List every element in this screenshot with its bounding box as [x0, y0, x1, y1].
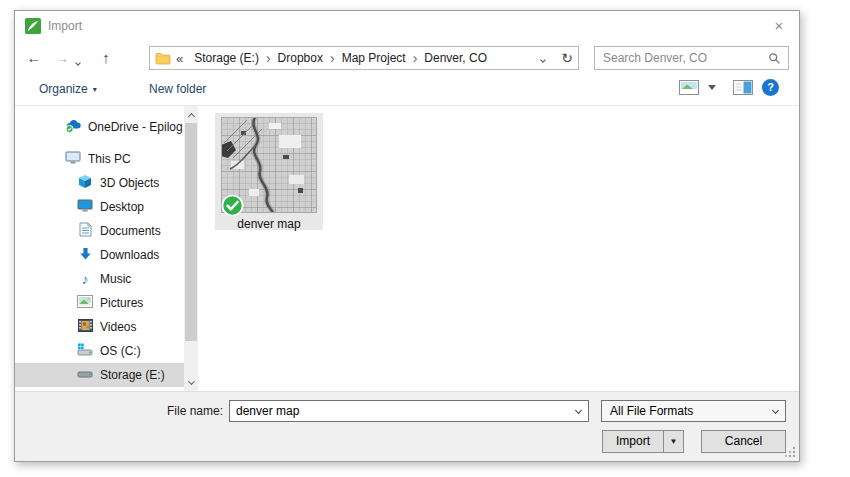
sidebar-item-label: Downloads	[100, 248, 159, 262]
film-icon	[76, 319, 94, 335]
organize-caret-icon: ▾	[93, 85, 97, 94]
sidebar-item-label: Music	[100, 272, 131, 286]
scroll-up-icon[interactable]	[184, 107, 198, 122]
main-area: OneDrive - Epilog This PC	[15, 106, 799, 391]
breadcrumb-denver-co[interactable]: Denver, CO	[417, 51, 494, 65]
new-folder-button[interactable]: New folder	[149, 82, 206, 96]
sidebar-scrollbar[interactable]	[184, 106, 198, 391]
sidebar-item-label: OneDrive - Epilog	[88, 120, 183, 134]
document-icon	[76, 222, 94, 240]
import-dropdown-icon[interactable]: ▼	[664, 431, 683, 452]
import-button[interactable]: Import	[603, 431, 663, 452]
breadcrumb-overflow[interactable]: «	[176, 51, 183, 66]
up-icon[interactable]: ↑	[95, 46, 117, 70]
change-view-icon[interactable]	[679, 80, 699, 95]
desktop-monitor-icon	[76, 199, 94, 216]
sidebar-item-os-c[interactable]: OS (C:)	[15, 339, 184, 363]
close-icon[interactable]: ×	[769, 16, 789, 36]
sync-check-icon	[221, 194, 244, 217]
scrollbar-thumb[interactable]	[185, 123, 197, 341]
file-type-value: All File Formats	[602, 404, 765, 418]
file-item-denver-map[interactable]: denver map	[215, 113, 323, 230]
refresh-icon[interactable]: ↻	[556, 46, 579, 70]
organize-label: Organize	[39, 82, 88, 96]
sidebar-item-label: OS (C:)	[100, 344, 141, 358]
file-list: denver map	[198, 106, 799, 391]
file-name-label: denver map	[237, 217, 300, 231]
new-folder-label: New folder	[149, 82, 206, 96]
forward-icon: →	[51, 46, 73, 70]
folder-icon	[155, 52, 171, 65]
sidebar-item-downloads[interactable]: Downloads	[15, 243, 184, 267]
sidebar-item-desktop[interactable]: Desktop	[15, 195, 184, 219]
sidebar-item-documents[interactable]: Documents	[15, 219, 184, 243]
file-type-combobox[interactable]: All File Formats	[601, 400, 786, 422]
address-bar[interactable]: « Storage (E:) › Dropbox › Map Project ›…	[149, 46, 557, 70]
sidebar-item-label: Desktop	[100, 200, 144, 214]
search-input[interactable]	[595, 51, 768, 65]
picture-icon	[76, 295, 94, 311]
file-name-dropdown-icon[interactable]	[568, 404, 588, 418]
resize-grip[interactable]	[785, 447, 796, 458]
onedrive-icon	[64, 119, 82, 136]
scroll-down-icon[interactable]	[184, 375, 198, 390]
sidebar-item-this-pc[interactable]: This PC	[15, 147, 184, 171]
title-bar: Import ×	[15, 11, 799, 41]
sidebar-item-label: This PC	[88, 152, 131, 166]
file-name-input[interactable]	[230, 404, 568, 418]
footer-panel: File name: All File Formats Import ▼ Can…	[15, 391, 799, 461]
sidebar-item-videos[interactable]: Videos	[15, 315, 184, 339]
file-name-combobox	[229, 400, 589, 422]
download-arrow-icon	[76, 247, 94, 264]
file-type-dropdown-icon	[765, 404, 785, 418]
cube-icon	[76, 174, 94, 192]
sidebar-item-label: Videos	[100, 320, 136, 334]
file-name-field-label: File name:	[15, 404, 223, 418]
sidebar-item-label: Storage (E:)	[100, 368, 165, 382]
import-dialog: Import × ← → ↑ « Storage (E:) › Dropbox …	[14, 10, 800, 462]
breadcrumb-dropbox[interactable]: Dropbox	[271, 51, 330, 65]
help-icon[interactable]: ?	[762, 79, 779, 96]
window-title: Import	[48, 19, 82, 33]
sidebar-item-pictures[interactable]: Pictures	[15, 291, 184, 315]
app-logo-icon	[25, 18, 41, 34]
recent-locations-icon[interactable]	[76, 54, 80, 68]
breadcrumb-storage-e[interactable]: Storage (E:)	[187, 51, 266, 65]
change-view-caret-icon[interactable]	[708, 85, 716, 90]
sidebar-item-onedrive[interactable]: OneDrive - Epilog	[15, 115, 184, 139]
navigation-bar: ← → ↑ « Storage (E:) › Dropbox › Map Pro…	[15, 41, 799, 75]
sidebar-item-label: Pictures	[100, 296, 143, 310]
organize-button[interactable]: Organize ▾	[39, 82, 97, 96]
cancel-button[interactable]: Cancel	[701, 430, 786, 453]
drive-icon	[76, 368, 94, 382]
system-drive-icon	[76, 343, 94, 359]
back-icon[interactable]: ←	[23, 46, 45, 70]
search-icon	[768, 52, 781, 65]
sidebar-item-label: 3D Objects	[100, 176, 159, 190]
toolbar-right-group: ?	[679, 79, 779, 96]
import-split-button: Import ▼	[602, 430, 684, 453]
breadcrumb-map-project[interactable]: Map Project	[335, 51, 413, 65]
music-note-icon: ♪	[76, 272, 94, 286]
sidebar-item-label: Documents	[100, 224, 161, 238]
navigation-pane: OneDrive - Epilog This PC	[15, 106, 184, 391]
computer-icon	[64, 151, 82, 168]
sidebar-item-3d-objects[interactable]: 3D Objects	[15, 171, 184, 195]
address-dropdown-icon[interactable]	[541, 51, 545, 65]
file-thumbnail	[221, 117, 317, 213]
command-bar: Organize ▾ New folder ?	[15, 75, 799, 106]
preview-pane-icon[interactable]	[733, 80, 753, 95]
search-box	[594, 46, 789, 70]
sidebar-item-storage-e[interactable]: Storage (E:)	[15, 363, 184, 387]
sidebar-item-music[interactable]: ♪ Music	[15, 267, 184, 291]
